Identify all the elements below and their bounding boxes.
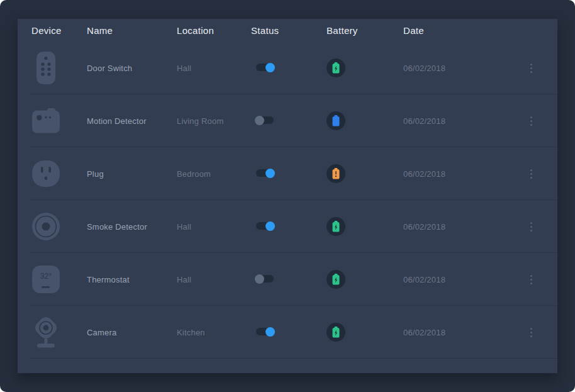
actions-cell (517, 60, 545, 76)
device-name: Thermostat (87, 275, 177, 284)
plug-icon (31, 160, 60, 188)
battery-cell (327, 217, 403, 236)
device-cell (31, 212, 87, 241)
battery-charging-icon (327, 217, 345, 236)
device-cell (31, 108, 87, 133)
table-row: Door Switch Hall 06/02/2018 (18, 42, 557, 94)
battery-cell (327, 164, 403, 183)
device-location: Bedroom (177, 169, 251, 179)
row-divider (30, 358, 557, 359)
battery-cell (327, 270, 403, 289)
column-header-name: Name (87, 25, 177, 36)
device-name: Motion Detector (87, 116, 177, 126)
remote-icon (31, 51, 60, 85)
battery-cell (327, 59, 403, 77)
actions-cell (517, 272, 545, 287)
toggle-knob (265, 63, 275, 72)
device-name: Camera (87, 328, 177, 337)
device-cell (31, 316, 87, 349)
actions-cell (517, 166, 545, 181)
device-location: Hall (177, 275, 251, 284)
battery-full-icon (327, 111, 345, 130)
device-date: 06/02/2018 (403, 116, 517, 126)
column-header-status: Status (251, 25, 327, 36)
device-location: Hall (177, 222, 251, 232)
status-cell (251, 221, 327, 232)
toggle-knob (265, 221, 275, 231)
device-location: Living Room (177, 116, 251, 126)
table-row: Motion Detector Living Room 06/02/2018 (18, 94, 557, 147)
kebab-menu-icon[interactable] (525, 166, 537, 181)
status-toggle[interactable] (256, 328, 274, 335)
battery-charging-icon (327, 59, 345, 77)
device-cell: 32° (31, 265, 87, 294)
column-header-date: Date (403, 25, 517, 36)
kebab-menu-icon[interactable] (525, 325, 537, 340)
status-cell (251, 62, 327, 74)
device-name: Plug (87, 169, 177, 179)
device-date: 06/02/2018 (403, 328, 517, 337)
device-location: Hall (177, 64, 251, 73)
column-header-location: Location (177, 25, 251, 36)
toggle-knob (265, 169, 275, 178)
kebab-menu-icon[interactable] (525, 113, 537, 128)
battery-cell (327, 111, 403, 130)
battery-charging-icon (327, 323, 345, 342)
device-location: Kitchen (177, 328, 251, 337)
battery-low-icon (327, 164, 345, 183)
status-toggle[interactable] (256, 222, 274, 230)
toggle-knob (265, 327, 275, 337)
smoke-detector-icon (31, 212, 60, 241)
device-name: Smoke Detector (87, 222, 177, 232)
battery-cell (327, 323, 403, 342)
app-window: Device Name Location Status Battery Date… (0, 0, 575, 392)
camera-icon (31, 316, 60, 349)
motion-detector-icon (31, 108, 60, 133)
device-date: 06/02/2018 (403, 169, 517, 179)
table-body: Door Switch Hall 06/02/2018 Motion Detec… (18, 42, 557, 359)
table-row: Camera Kitchen 06/02/2018 (18, 306, 557, 359)
status-cell (251, 115, 327, 126)
device-date: 06/02/2018 (403, 275, 517, 284)
devices-table-card: Device Name Location Status Battery Date… (18, 19, 557, 373)
status-toggle[interactable] (256, 116, 274, 124)
status-cell (251, 168, 327, 179)
device-date: 06/02/2018 (403, 222, 517, 232)
table-header-row: Device Name Location Status Battery Date (18, 19, 557, 42)
thermostat-icon: 32° (31, 265, 60, 294)
kebab-menu-icon[interactable] (525, 60, 537, 76)
status-toggle[interactable] (256, 169, 274, 177)
actions-cell (517, 113, 545, 128)
kebab-menu-icon[interactable] (525, 219, 537, 234)
kebab-menu-icon[interactable] (525, 272, 537, 287)
status-toggle[interactable] (256, 64, 274, 71)
table-row: 32° Thermostat Hall 06/02/2018 (18, 253, 557, 306)
toggle-knob (255, 274, 264, 284)
device-date: 06/02/2018 (403, 64, 517, 73)
device-cell (31, 51, 87, 85)
status-cell (251, 327, 327, 338)
column-header-battery: Battery (327, 25, 403, 36)
toggle-knob (255, 116, 264, 125)
actions-cell (517, 325, 545, 340)
column-header-device: Device (31, 25, 87, 36)
battery-charging-icon (327, 270, 345, 289)
status-toggle[interactable] (256, 275, 274, 283)
status-cell (251, 274, 327, 285)
device-name: Door Switch (87, 64, 177, 73)
actions-cell (517, 219, 545, 234)
svg-text:32°: 32° (40, 272, 52, 281)
device-cell (31, 160, 87, 188)
table-row: Plug Bedroom 06/02/2018 (18, 147, 557, 200)
table-row: Smoke Detector Hall 06/02/2018 (18, 200, 557, 253)
